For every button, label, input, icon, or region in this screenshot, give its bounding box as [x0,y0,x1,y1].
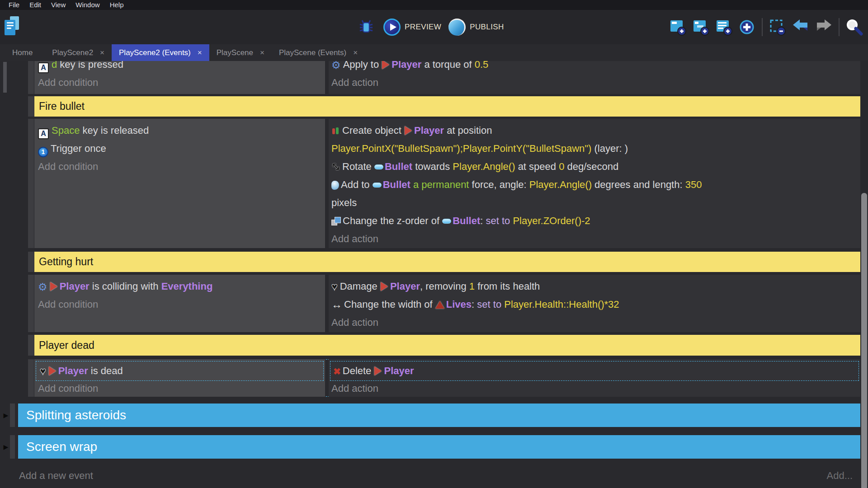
z-order-icon [331,217,341,225]
text-segment: Delete [343,365,374,376]
text-segment: Lives [446,299,472,310]
condition-line[interactable]: ⚙Player is colliding with Everything [34,277,325,296]
action-line[interactable]: ⚙Apply to Player a torque of 0.5 [329,61,860,74]
conditions-cell: ASpace key is released 1Trigger once Add… [34,119,325,248]
search-events-button[interactable] [844,17,864,37]
group-splitting-asteroids[interactable]: Splitting asteroids [18,404,860,427]
redo-arrow-icon [814,17,834,37]
close-icon[interactable]: × [100,48,104,57]
redo-button[interactable] [814,17,834,37]
add-event-button[interactable] [668,17,688,37]
menu-bar: File Edit View Window Help [0,0,868,10]
tab-playscene[interactable]: PlayScene × [209,44,272,61]
actions-cell: ♥Damage Player, removing 1 from its heal… [329,275,860,332]
tab-playscene2[interactable]: PlayScene2 × [45,44,112,61]
add-action-link[interactable]: Add action [329,314,860,332]
action-line[interactable]: Create object Player at position [329,122,860,140]
text-segment: d [52,61,57,70]
close-icon[interactable]: × [198,48,202,57]
condition-line[interactable]: 1Trigger once [34,140,325,158]
add-button[interactable]: Add... [827,469,853,483]
preview-button[interactable]: PREVIEW [383,19,441,36]
tab-playscene-events[interactable]: PlayScene (Events) × [272,44,365,61]
delete-selection-button[interactable] [768,17,788,37]
group-expand-arrow[interactable]: ▶ [2,404,9,427]
group-screen-wrap[interactable]: Screen wrap [18,435,860,459]
tab-label: PlayScene2 (Events) [119,48,191,57]
action-line-wrap[interactable]: Player.PointX("BulletSpawn");Player.Poin… [329,140,860,158]
text-segment: set to [486,215,513,226]
player-object-icon [382,61,389,69]
menu-help[interactable]: Help [105,0,129,10]
add-comment-button[interactable] [714,17,734,37]
group-drag-handle[interactable] [10,404,15,427]
action-line[interactable]: ✖Delete Player [330,362,414,380]
tab-playscene2-events[interactable]: PlayScene2 (Events) × [112,44,209,61]
condition-line[interactable]: Ad key is pressed [34,61,325,74]
add-condition-link[interactable]: Add condition [34,74,325,92]
action-line[interactable]: ♥Damage Player, removing 1 from its heal… [329,277,860,296]
publish-button[interactable]: PUBLISH [448,19,504,36]
text-segment: key is released [80,125,149,136]
condition-line[interactable]: ♥Player is dead [36,362,123,380]
add-action-link[interactable]: Add action [329,74,860,92]
text-segment: 0.5 [475,61,489,70]
text-segment: at speed [515,161,559,172]
event-drag-handle[interactable] [28,252,34,272]
text-segment: Bullet [385,161,412,172]
add-other-event-button[interactable] [737,17,757,37]
add-new-event-link[interactable]: Add a new event [19,469,93,483]
menu-view[interactable]: View [46,0,71,10]
text-segment: deg/second [564,161,618,172]
comment-getting-hurt[interactable]: Getting hurt [34,252,860,272]
comment-player-dead[interactable]: Player dead [34,335,860,356]
tab-home[interactable]: Home [0,44,45,61]
menu-window[interactable]: Window [71,0,104,10]
menu-file[interactable]: File [4,0,24,10]
publish-label: PUBLISH [470,23,504,32]
bullet-object-icon [374,164,383,169]
event-drag-handle[interactable] [28,61,34,94]
keyboard-key-icon: A [38,128,49,139]
event-row: ASpace key is released 1Trigger once Add… [34,119,860,248]
close-icon[interactable]: × [353,48,358,57]
project-manager-button[interactable] [4,16,22,38]
undo-button[interactable] [791,17,811,37]
text-segment: Player [392,61,421,70]
close-icon[interactable]: × [260,48,264,57]
group-drag-handle[interactable] [10,435,15,459]
text-segment: Player [414,125,444,136]
action-line[interactable]: Rotate Bullet towards Player.Angle() at … [329,158,860,176]
text-segment: Player.Health::Health()*32 [504,299,619,310]
action-line[interactable]: Change the z-order of Bullet: set to Pla… [329,212,860,230]
text-segment: pixels [331,197,357,208]
text-segment: Player [60,281,90,292]
event-drag-handle[interactable] [28,96,34,117]
text-segment: (layer: ) [591,143,628,154]
add-condition-link[interactable]: Add condition [34,158,325,176]
action-line-wrap[interactable]: pixels [329,194,860,212]
text-segment: Damage [340,281,380,292]
group-expand-arrow[interactable]: ▶ [2,435,9,459]
comment-fire-bullet[interactable]: Fire bullet [34,96,860,117]
action-line[interactable]: Add to Bullet a permanent force, angle: … [329,176,860,194]
add-condition-link[interactable]: Add condition [34,381,325,396]
action-line[interactable]: ↔Change the width of Lives: set to Playe… [329,296,860,314]
event-drag-handle[interactable] [28,119,34,248]
event-drag-handle[interactable] [28,275,34,332]
add-subevent-button[interactable] [691,17,711,37]
add-action-link[interactable]: Add action [329,230,860,248]
condition-line[interactable]: ASpace key is released [34,122,325,140]
actions-cell: Create object Player at position Player.… [329,119,860,248]
menu-edit[interactable]: Edit [24,0,46,10]
add-action-link[interactable]: Add action [329,381,860,396]
text-segment: is dead [88,365,123,376]
preview-play-icon [383,19,401,36]
add-condition-link[interactable]: Add condition [34,296,325,314]
text-segment: is colliding with [90,281,161,292]
event-drag-handle[interactable] [28,335,34,356]
event-drag-handle[interactable] [28,359,34,397]
debug-button[interactable] [356,17,376,37]
vertical-scrollbar-thumb[interactable] [861,193,867,488]
conditions-cell: ⚙Player is colliding with Everything Add… [34,275,325,332]
